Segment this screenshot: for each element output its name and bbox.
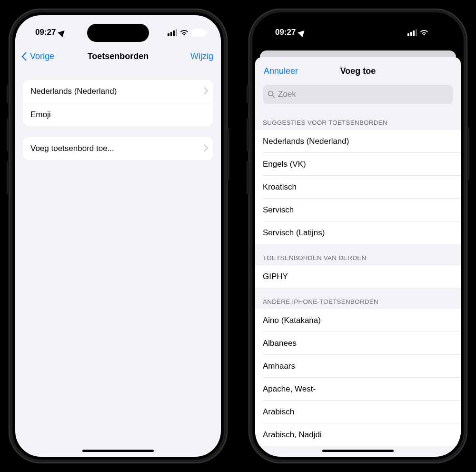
keyboard-row[interactable]: Nederlands (Nederland) [23,80,213,103]
wifi-icon [420,29,428,36]
list-item[interactable]: Albanees [255,332,461,354]
add-keyboard-label: Voeg toetsenbord toe... [30,144,114,153]
list-item[interactable]: Servisch [255,199,461,221]
location-icon [298,28,307,37]
list-item-label: Apache, West- [263,384,316,394]
other-list: Aino (Katakana) Albanees Amhaars Apache,… [255,309,461,446]
list-item-label: Nederlands (Nederland) [263,137,349,146]
list-item-label: Arabisch, Nadjdi [263,430,322,440]
list-item[interactable]: Amhaars [255,355,461,377]
list-item-label: Aino (Katakana) [263,316,321,325]
nav-bar: Vorige Toetsenborden Wijzig [15,44,221,69]
status-time: 09:27 [35,28,56,37]
section-header-other: ANDERE IPHONE-TOETSENBORDEN [255,288,461,309]
list-item[interactable]: Nederlands (Nederland) [255,130,461,152]
back-label: Vorige [30,51,54,61]
list-item[interactable]: Aino (Katakana) [255,309,461,331]
cellular-icon [168,29,177,36]
list-item-label: Servisch (Latijns) [263,228,325,238]
volume-down-button [7,161,9,194]
list-item[interactable]: Apache, West- [255,378,461,400]
dynamic-island [87,24,149,42]
battery-icon: 92 [431,29,446,37]
list-item-label: GIPHY [263,272,288,281]
sheet-title: Voeg toe [340,66,376,76]
svg-line-1 [272,95,274,97]
add-keyboard-group: Voeg toetsenbord toe... [23,137,213,160]
list-item-label: Kroatisch [263,182,297,192]
side-button [7,85,9,103]
modal-sheet: Annuleer Voeg toe SUGGESTIES VOOR TOETSE… [255,57,461,457]
home-indicator[interactable] [82,450,154,452]
list-item[interactable]: Arabisch [255,401,461,423]
thirdparty-list: GIPHY [255,265,461,288]
chevron-left-icon [23,51,29,61]
search-input[interactable] [278,90,448,99]
add-keyboard-row[interactable]: Voeg toetsenbord toe... [23,137,213,160]
suggestions-list: Nederlands (Nederland) Engels (VK) Kroat… [255,130,461,244]
volume-down-button [247,161,249,194]
list-item[interactable]: Servisch (Latijns) [255,221,461,244]
list-item-label: Amhaars [263,362,295,371]
screen: 09:27 92 Vorige Toetsenborden Wijzig Ned… [15,15,221,457]
phone-left: 09:27 92 Vorige Toetsenborden Wijzig Ned… [9,9,228,463]
keyboard-label: Emoji [30,110,51,120]
sheet-nav: Annuleer Voeg toe [255,57,461,85]
list-item-label: Albanees [263,339,297,348]
back-button[interactable]: Vorige [23,51,54,61]
cancel-button[interactable]: Annuleer [264,66,298,76]
wifi-icon [180,29,188,36]
battery-icon: 92 [191,29,206,37]
list-item-label: Engels (VK) [263,160,306,169]
keyboard-label: Nederlands (Nederland) [30,87,117,96]
section-header-suggestions: SUGGESTIES VOOR TOETSENBORDEN [255,109,461,130]
list-item[interactable]: Arabisch, Nadjdi [255,423,461,446]
search-field[interactable] [263,85,453,104]
side-button [247,85,249,103]
volume-up-button [7,118,9,151]
page-title: Toetsenborden [88,51,149,61]
volume-up-button [247,118,249,151]
list-item-label: Servisch [263,205,294,215]
keyboards-group: Nederlands (Nederland) Emoji [23,80,213,126]
edit-button[interactable]: Wijzig [190,51,213,61]
list-item[interactable]: GIPHY [255,265,461,288]
list-item[interactable]: Kroatisch [255,176,461,198]
search-icon [268,90,275,98]
power-button [467,128,469,180]
location-icon [58,28,67,37]
chevron-right-icon [202,145,206,152]
list-item-label: Arabisch [263,407,294,417]
status-time: 09:27 [275,28,296,37]
power-button [227,128,229,180]
chevron-right-icon [202,88,206,95]
content: Nederlands (Nederland) Emoji Voeg toetse… [15,69,221,457]
dynamic-island [327,24,389,42]
keyboard-row[interactable]: Emoji [23,103,213,126]
section-header-thirdparty: TOETSENBORDEN VAN DERDEN [255,244,461,265]
list-item[interactable]: Engels (VK) [255,153,461,175]
phone-right: 09:27 92 Annuleer Voeg toe S [248,9,467,463]
home-indicator[interactable] [322,450,394,452]
cellular-icon [407,29,417,36]
screen: 09:27 92 Annuleer Voeg toe S [255,15,461,457]
search-wrap [255,85,461,109]
